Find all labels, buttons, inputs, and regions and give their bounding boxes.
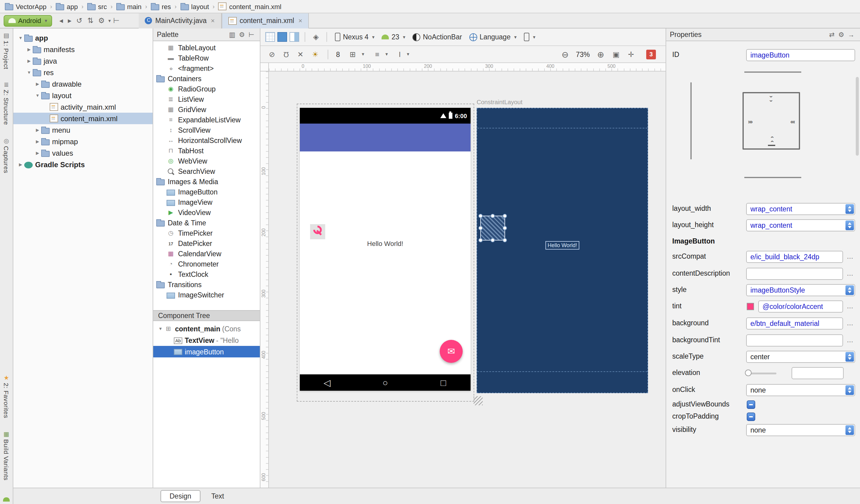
sync-icon[interactable]: ↺: [76, 16, 82, 25]
visibility-select[interactable]: none: [746, 424, 855, 436]
expand-arrow-icon[interactable]: ▼: [17, 36, 24, 40]
nav-forward-icon[interactable]: ▸: [68, 16, 71, 25]
palette-item[interactable]: ScrollView: [153, 125, 260, 135]
constraint-top-margin-line[interactable]: [744, 71, 801, 73]
pin-icon[interactable]: ⊢: [113, 16, 119, 25]
nav-back-icon[interactable]: ◂: [59, 16, 63, 25]
gear-icon[interactable]: ⚙: [838, 30, 844, 39]
selection-handle[interactable]: [478, 238, 483, 242]
swap-panel-icon[interactable]: ⇄: [829, 30, 834, 39]
palette-item[interactable]: TableRow: [153, 53, 260, 63]
home-icon[interactable]: ○: [383, 374, 388, 391]
palette-item[interactable]: RadioGroup: [153, 84, 260, 94]
background-input[interactable]: e/btn_default_material: [746, 317, 843, 330]
locale-selector[interactable]: Language ▾: [469, 33, 517, 41]
zoom-in-icon[interactable]: ⊕: [597, 50, 604, 58]
palette-item[interactable]: Chronometer: [153, 259, 260, 269]
srccompat-input[interactable]: e/ic_build_black_24dp: [746, 251, 843, 263]
expand-arrow-icon[interactable]: ▶: [26, 47, 33, 52]
project-tree-item[interactable]: ▶drawable: [13, 78, 153, 90]
palette-item[interactable]: TableLayout: [153, 42, 260, 53]
adjustviewbounds-checkbox[interactable]: [747, 400, 755, 409]
tint-input[interactable]: @color/colorAccent: [758, 301, 843, 313]
component-tree-item[interactable]: TextView- "Hello: [153, 334, 260, 346]
selection-handle[interactable]: [478, 226, 483, 230]
selection-handle[interactable]: [478, 214, 483, 218]
tool-button-structure[interactable]: Z: Structure: [3, 82, 10, 125]
close-icon[interactable]: ×: [298, 17, 302, 24]
pack-selector[interactable]: ≡ ▾: [373, 50, 388, 58]
expand-arrow-icon[interactable]: ▼: [34, 93, 41, 98]
run-config-selector[interactable]: Android ▾: [4, 15, 52, 26]
breadcrumb-item[interactable]: app: [55, 3, 79, 10]
project-tree-item[interactable]: ▼layout: [13, 90, 153, 101]
autoconnect-icon[interactable]: Ω: [284, 50, 289, 58]
palette-item[interactable]: TextClock: [153, 269, 260, 279]
tool-button-build[interactable]: Build Variants: [3, 431, 10, 480]
theme-editor-icon[interactable]: ◈: [313, 33, 318, 41]
browse-button[interactable]: …: [847, 302, 853, 309]
breadcrumb-item[interactable]: res: [149, 3, 172, 10]
palette-item[interactable]: ImageButton: [153, 187, 260, 197]
selection-handle[interactable]: [490, 214, 495, 218]
attach-debugger-icon[interactable]: ⇅: [87, 16, 93, 25]
project-tree-item[interactable]: ▶values: [13, 147, 153, 159]
selection-handle[interactable]: [503, 238, 507, 242]
palette-item[interactable]: ExpandableListView: [153, 115, 260, 125]
constraint-bottom-margin-line[interactable]: [744, 177, 801, 178]
palette-item[interactable]: Date & Time: [153, 217, 260, 228]
contentdescription-input[interactable]: [746, 268, 843, 280]
project-tree-item[interactable]: ▼res: [13, 67, 153, 78]
palette-item[interactable]: HorizontalScrollView: [153, 135, 260, 145]
layout-height-select[interactable]: wrap_content: [746, 219, 855, 231]
tab-text[interactable]: Text: [203, 491, 232, 502]
error-badge[interactable]: 3: [646, 49, 656, 59]
component-tree-item[interactable]: ▼content_main(Cons: [153, 323, 260, 334]
browse-button[interactable]: …: [847, 270, 853, 277]
design-surface-icon[interactable]: [265, 32, 275, 42]
breadcrumb-item[interactable]: VectorApp: [4, 3, 48, 10]
gear-icon[interactable]: ⚙: [239, 30, 245, 39]
palette-item[interactable]: GridView: [153, 104, 260, 115]
palette-view-mode-icon[interactable]: ▥: [229, 30, 235, 39]
palette-item[interactable]: ImageView: [153, 197, 260, 207]
infer-constraints-icon[interactable]: ☀: [312, 50, 318, 58]
blueprint-surface-icon[interactable]: [277, 32, 287, 42]
expand-arrow-icon[interactable]: ▶: [17, 162, 24, 167]
palette-item[interactable]: CalendarView: [153, 248, 260, 259]
browse-button[interactable]: …: [847, 253, 853, 260]
recents-icon[interactable]: □: [441, 374, 446, 391]
image-button-blueprint-selected[interactable]: [480, 216, 505, 241]
project-tree-item[interactable]: ▶Gradle Scripts: [13, 159, 153, 170]
project-tree-item[interactable]: ▶manifests: [13, 44, 153, 55]
tool-button-project[interactable]: 1: Project: [3, 32, 10, 69]
expand-arrow-icon[interactable]: ▶: [34, 82, 41, 86]
constraint-left-margin-line[interactable]: [690, 82, 692, 159]
breadcrumb-item[interactable]: content_main.xml: [217, 2, 283, 10]
scaletype-select[interactable]: center: [746, 351, 855, 363]
onclick-select[interactable]: none: [746, 384, 855, 396]
palette-item[interactable]: SearchView: [153, 166, 260, 176]
constraint-widget[interactable]: ›› ››› ‹‹‹ ››: [743, 92, 800, 149]
api-selector[interactable]: 23 ▾: [382, 33, 405, 41]
project-tree-item[interactable]: content_main.xml: [13, 113, 153, 124]
back-icon[interactable]: ◁: [324, 374, 330, 391]
breadcrumb-item[interactable]: layout: [179, 3, 210, 10]
palette-item[interactable]: Images & Media: [153, 176, 260, 187]
orientation-selector[interactable]: ▾: [524, 33, 535, 41]
fab-button[interactable]: ✉: [440, 340, 463, 363]
align-selector[interactable]: I ▾: [397, 50, 410, 58]
elevation-slider-thumb[interactable]: [745, 370, 751, 376]
tab-content-main[interactable]: content_main.xml ×: [221, 13, 309, 28]
elevation-input[interactable]: [791, 367, 844, 379]
tab-design[interactable]: Design: [160, 490, 200, 502]
design-preview[interactable]: 6:00 Hello World! ✉: [300, 108, 471, 391]
browse-button[interactable]: …: [847, 319, 853, 327]
selection-handle[interactable]: [503, 226, 507, 230]
expand-arrow-icon[interactable]: ▼: [157, 327, 164, 331]
resize-handle-icon[interactable]: [474, 396, 483, 405]
tool-button-captures[interactable]: Captures: [3, 138, 10, 173]
palette-item[interactable]: VideoView: [153, 207, 260, 217]
palette-item[interactable]: ImageSwitcher: [153, 290, 260, 300]
zoom-out-icon[interactable]: ⊖: [561, 50, 569, 58]
